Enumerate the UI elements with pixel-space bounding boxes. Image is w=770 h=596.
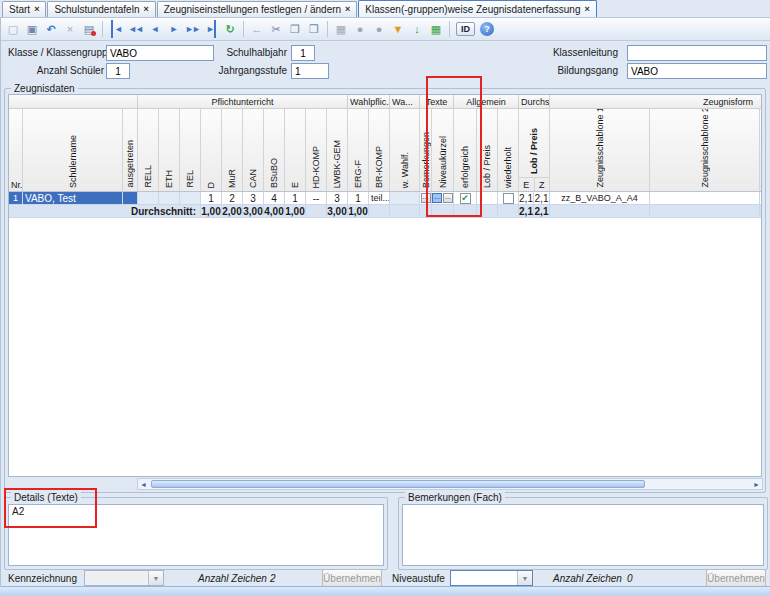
wiederholt-checkbox[interactable] (503, 193, 514, 204)
bemerkungen-textarea[interactable] (402, 504, 764, 566)
tab-zeugniseinstellungen[interactable]: Zeugniseinstellungen festlegen / ändern … (157, 1, 358, 17)
cell-grade[interactable] (138, 192, 159, 205)
help-icon[interactable]: ? (480, 22, 494, 36)
cell-zeugnisform[interactable] (760, 192, 761, 205)
horizontal-scrollbar[interactable]: ◄ ► (137, 478, 763, 490)
tab-bar: Start × Schulstundentafeln × Zeugniseins… (0, 0, 770, 17)
zeugnisdaten-legend: Zeugnisdaten (11, 83, 78, 94)
print-preview-icon[interactable]: ● (351, 20, 369, 38)
kennzeichnung-label: Kennzeichnung (8, 573, 77, 584)
bemerkungen-fach-groupbox: Bemerkungen (Fach) (398, 497, 768, 570)
cell-grade[interactable]: 3 (327, 192, 348, 205)
table-row[interactable]: 1 VABO, Test 1 2 3 4 1 -- 3 1 teil... ..… (9, 192, 761, 205)
cell-durchschnitt-e[interactable]: 2,1 (519, 192, 534, 205)
cell-grade[interactable]: 4 (264, 192, 285, 205)
refresh-icon[interactable]: ↻ (221, 20, 239, 38)
delete-icon[interactable]: × (61, 20, 79, 38)
close-icon[interactable]: × (34, 5, 39, 14)
schulhalbjahr-input[interactable] (291, 45, 315, 61)
cell-erfolgreich[interactable]: ✔ (454, 192, 477, 205)
cell-weitere-wahlfaecher[interactable] (390, 192, 420, 205)
niveaukuerzel-value[interactable]: ... (432, 193, 442, 203)
zeugnisdaten-groupbox: Zeugnisdaten Pflichtunterricht Wahlpflic… (4, 88, 766, 493)
niveaustufe-combobox[interactable]: ▼ (450, 570, 533, 586)
cell-lob-preis[interactable] (477, 192, 498, 205)
pin-icon[interactable]: ● (370, 20, 388, 38)
bemerkungen-ellipsis-button[interactable]: ... (421, 193, 431, 203)
tab-zeugnisdatenerfassung[interactable]: Klassen(-gruppen)weise Zeugnisdatenerfas… (358, 0, 596, 17)
cell-grade[interactable]: 2 (222, 192, 243, 205)
id-button[interactable]: ID (456, 22, 475, 36)
grid-header-row: Nr. Schülername ausgetreten RELL ETH REL… (9, 109, 761, 192)
edit-record-icon[interactable]: ▤ (80, 20, 98, 38)
avg-grade: 1,00 (285, 205, 306, 218)
details-texte-legend: Details (Texte) (11, 492, 81, 503)
nav-next-icon[interactable]: ► (164, 20, 182, 38)
toolbar-separator (243, 21, 244, 37)
avg-grade: 1,00 (348, 205, 369, 218)
niveaukuerzel-ellipsis-button[interactable]: ... (443, 193, 453, 203)
close-icon[interactable]: × (345, 5, 350, 14)
cell-grade[interactable]: 1 (201, 192, 222, 205)
close-icon[interactable]: × (585, 5, 590, 14)
jahrgangsstufe-input[interactable] (291, 63, 329, 79)
cell-nr[interactable]: 1 (9, 192, 23, 205)
cell-zeugnisschablone-1[interactable]: zz_B_VABO_A_A4 (550, 192, 650, 205)
cell-grade[interactable] (180, 192, 201, 205)
tab-start[interactable]: Start × (2, 1, 46, 17)
col-subject: CAN (243, 109, 264, 191)
nav-prev-icon[interactable]: ◄ (145, 20, 163, 38)
avg-grade: 1,00 (201, 205, 222, 218)
nav-first-icon[interactable]: ◄ (111, 20, 121, 38)
copy-icon[interactable]: ❐ (286, 20, 304, 38)
klassenleitung-input[interactable] (627, 45, 767, 61)
scrollbar-thumb[interactable] (151, 480, 645, 488)
details-textarea[interactable]: A2 (8, 504, 384, 566)
col-subject: ERG-F (348, 109, 369, 191)
close-icon[interactable]: × (143, 5, 148, 14)
col-bemerkungen: Bemerkungen (420, 109, 432, 191)
cell-grade[interactable]: 1 (285, 192, 306, 205)
cut-icon[interactable]: ✂ (267, 20, 285, 38)
cell-grade[interactable]: -- (306, 192, 327, 205)
cell-grade[interactable]: 1 (348, 192, 369, 205)
cell-schuelername[interactable]: VABO, Test (23, 192, 123, 205)
tab-schulstundentafeln[interactable]: Schulstundentafeln × (47, 1, 155, 17)
erfolgreich-checkbox[interactable]: ✔ (460, 193, 471, 204)
cell-grade[interactable]: teil... (369, 192, 390, 205)
back-arrow-icon[interactable]: ← (248, 20, 266, 38)
chevron-down-icon[interactable]: ▼ (517, 571, 532, 585)
export-rtf-icon[interactable]: ↓ (408, 20, 426, 38)
cell-grade[interactable] (159, 192, 180, 205)
cell-wiederholt[interactable] (498, 192, 519, 205)
print-icon[interactable]: ▦ (332, 20, 350, 38)
anzahl-schueler-input[interactable] (106, 63, 130, 79)
nav-last-icon[interactable]: ► (206, 20, 216, 38)
col-ausgetreten: ausgetreten (123, 109, 138, 191)
cell-ausgetreten[interactable] (123, 192, 138, 205)
cell-grade[interactable]: 3 (243, 192, 264, 205)
kennzeichnung-combobox[interactable]: ▼ (84, 570, 164, 586)
avg-grade (369, 205, 390, 218)
undo-icon[interactable]: ↶ (42, 20, 60, 38)
cell-zeugnisschablone-2[interactable] (650, 192, 760, 205)
toolbar-separator (449, 21, 450, 37)
export-excel-icon[interactable]: ▦ (427, 20, 445, 38)
nav-forward-icon[interactable]: ►► (183, 20, 201, 38)
new-document-icon[interactable]: ▢ (4, 20, 22, 38)
col-durchschnitt-title: Lob / Preis (529, 125, 539, 177)
anzahl-zeichen-label: Anzahl Zeichen (553, 573, 622, 584)
cell-bemerkungen[interactable]: ... (420, 192, 432, 205)
cell-niveaukuerzel[interactable]: ...... (432, 192, 454, 205)
scroll-left-icon[interactable]: ◄ (138, 479, 149, 489)
chevron-down-icon[interactable]: ▼ (148, 571, 163, 585)
cell-durchschnitt-z[interactable]: 2,1 (534, 192, 550, 205)
col-nr: Nr. (9, 109, 23, 191)
avg-grade: 3,00 (327, 205, 348, 218)
save-icon[interactable]: ▣ (23, 20, 41, 38)
filter-icon[interactable]: ▼ (389, 20, 407, 38)
scroll-right-icon[interactable]: ► (751, 479, 762, 489)
bildungsgang-input[interactable] (627, 63, 767, 79)
paste-icon[interactable]: ❒ (305, 20, 323, 38)
nav-rewind-icon[interactable]: ◄◄ (126, 20, 144, 38)
